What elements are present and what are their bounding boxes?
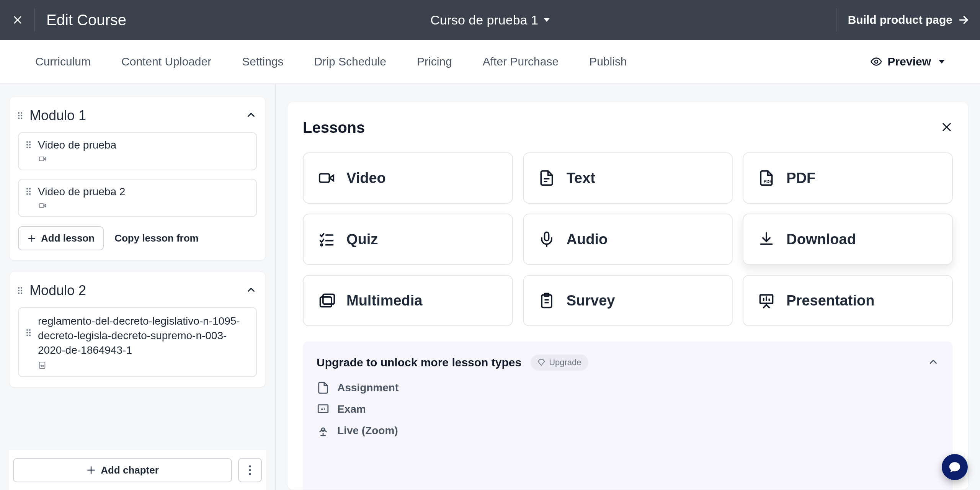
lesson-type-multimedia[interactable]: Multimedia xyxy=(303,275,513,326)
tab-settings[interactable]: Settings xyxy=(242,55,283,68)
lesson-title: Video de prueba xyxy=(38,139,248,151)
tab-after-purchase[interactable]: After Purchase xyxy=(483,55,559,68)
lesson-type-label: PDF xyxy=(786,170,815,186)
svg-line-42 xyxy=(766,305,769,307)
svg-rect-31 xyxy=(323,294,334,304)
lesson-type-audio[interactable]: Audio xyxy=(523,214,733,265)
chat-widget-button[interactable] xyxy=(942,454,968,480)
locked-lesson-label: Exam xyxy=(337,403,366,415)
drag-handle-icon[interactable] xyxy=(26,141,33,148)
multimedia-icon xyxy=(317,291,336,310)
chapter-title: Modulo 2 xyxy=(29,283,86,299)
drag-handle-icon[interactable] xyxy=(18,112,24,119)
upgrade-header: Upgrade to unlock more lesson types Upgr… xyxy=(317,354,939,371)
svg-point-14 xyxy=(249,465,251,467)
eye-icon xyxy=(870,56,882,68)
lesson-row[interactable]: Video de prueba 2 xyxy=(18,179,257,217)
chapter-title: Modulo 1 xyxy=(29,108,86,124)
collapse-chapter-button[interactable] xyxy=(245,109,257,122)
lesson-type-label: Quiz xyxy=(346,231,378,248)
diamond-icon xyxy=(537,359,545,366)
lessons-panel: Lessons Video Text PDF PDF xyxy=(287,102,969,490)
download-icon xyxy=(757,230,776,248)
presentation-icon xyxy=(757,291,776,310)
add-chapter-button[interactable]: Add chapter xyxy=(13,458,232,482)
locked-lesson-live[interactable]: Live (Zoom) xyxy=(317,424,939,437)
tab-publish[interactable]: Publish xyxy=(589,55,627,68)
lesson-type-pdf[interactable]: PDF PDF xyxy=(743,152,953,204)
drag-handle-icon[interactable] xyxy=(26,329,33,336)
close-panel-button[interactable] xyxy=(941,121,953,135)
lesson-row[interactable]: reglamento-del-decreto-legislativo-n-109… xyxy=(18,307,257,377)
locked-lesson-assignment[interactable]: Assignment xyxy=(317,381,939,394)
add-lesson-button[interactable]: Add lesson xyxy=(18,226,104,250)
lesson-type-presentation[interactable]: Presentation xyxy=(743,275,953,326)
lesson-type-video[interactable]: Video xyxy=(303,152,513,204)
lesson-type-text[interactable]: Text xyxy=(523,152,733,204)
tab-drip-schedule[interactable]: Drip Schedule xyxy=(314,55,386,68)
pdf-icon: PDF xyxy=(38,361,248,371)
chapter-actions: Add lesson Copy lesson from xyxy=(18,226,257,250)
live-icon xyxy=(317,424,330,437)
svg-rect-30 xyxy=(320,297,332,307)
text-icon xyxy=(537,169,556,187)
chapter-header[interactable]: Modulo 1 xyxy=(18,108,257,124)
chat-icon xyxy=(948,461,961,474)
locked-lesson-exam[interactable]: A+ Exam xyxy=(317,403,939,416)
svg-point-27 xyxy=(321,244,322,245)
lesson-type-label: Text xyxy=(567,170,595,186)
video-icon xyxy=(38,202,248,211)
drag-handle-icon[interactable] xyxy=(18,287,24,294)
upgrade-pill[interactable]: Upgrade xyxy=(531,354,588,371)
tab-pricing[interactable]: Pricing xyxy=(417,55,452,68)
lesson-row[interactable]: Video de prueba xyxy=(18,132,257,170)
lesson-type-survey[interactable]: Survey xyxy=(523,275,733,326)
lesson-title: Video de prueba 2 xyxy=(38,186,248,198)
svg-rect-28 xyxy=(544,232,549,241)
preview-label: Preview xyxy=(888,55,931,68)
tab-content-uploader[interactable]: Content Uploader xyxy=(121,55,211,68)
lesson-type-quiz[interactable]: Quiz xyxy=(303,214,513,265)
caret-down-icon xyxy=(939,60,945,64)
arrow-right-icon xyxy=(958,14,969,26)
upgrade-section: Upgrade to unlock more lesson types Upgr… xyxy=(303,341,953,490)
chapter-header[interactable]: Modulo 2 xyxy=(18,283,257,299)
pdf-icon: PDF xyxy=(757,169,776,187)
svg-rect-19 xyxy=(320,174,330,182)
course-name: Curso de prueba 1 xyxy=(430,13,538,28)
page-title: Edit Course xyxy=(46,11,126,29)
svg-marker-43 xyxy=(538,360,545,366)
more-options-button[interactable] xyxy=(238,458,262,482)
svg-point-16 xyxy=(249,473,251,475)
lesson-type-label: Download xyxy=(786,231,856,248)
tab-curriculum[interactable]: Curriculum xyxy=(35,55,91,68)
video-icon xyxy=(317,169,336,187)
locked-lesson-label: Assignment xyxy=(337,382,399,394)
main-panel-wrapper: Lessons Video Text PDF PDF xyxy=(276,84,980,490)
course-selector[interactable]: Curso de prueba 1 xyxy=(430,13,550,28)
collapse-chapter-button[interactable] xyxy=(245,284,257,297)
svg-text:PDF: PDF xyxy=(764,179,772,184)
lesson-type-label: Presentation xyxy=(786,292,874,309)
lesson-type-label: Multimedia xyxy=(346,292,422,309)
content-area: Modulo 1 Video de prueba xyxy=(0,84,980,490)
build-product-page-button[interactable]: Build product page xyxy=(848,13,969,26)
lesson-type-label: Video xyxy=(346,170,386,186)
svg-text:PDF: PDF xyxy=(40,364,45,367)
svg-point-15 xyxy=(249,469,251,471)
plus-icon xyxy=(86,465,96,475)
svg-rect-4 xyxy=(39,157,44,161)
preview-button[interactable]: Preview xyxy=(870,55,945,68)
lesson-type-download[interactable]: Download xyxy=(743,214,953,265)
lesson-title: reglamento-del-decreto-legislativo-n-109… xyxy=(38,314,248,357)
drag-handle-icon[interactable] xyxy=(26,188,33,195)
sidebar-scroll[interactable]: Modulo 1 Video de prueba xyxy=(9,96,266,450)
chapter-card: Modulo 1 Video de prueba xyxy=(9,96,266,261)
caret-down-icon xyxy=(544,18,550,22)
audio-icon xyxy=(537,230,556,248)
lesson-type-label: Audio xyxy=(567,231,608,248)
collapse-upgrade-button[interactable] xyxy=(928,356,939,369)
sidebar-footer: Add chapter xyxy=(9,450,266,490)
copy-lesson-from-button[interactable]: Copy lesson from xyxy=(114,232,199,244)
close-button[interactable] xyxy=(11,13,24,27)
